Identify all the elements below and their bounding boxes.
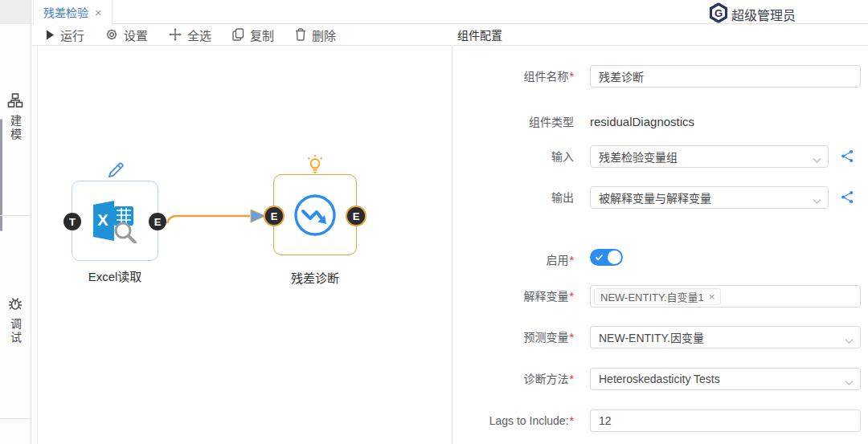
config-panel-title: 组件配置	[457, 26, 502, 43]
copy-icon	[232, 28, 244, 41]
tag-remove-icon[interactable]: ×	[709, 291, 715, 303]
component-type-value: residualDiagnostics	[590, 111, 694, 133]
svg-text:X: X	[97, 211, 108, 229]
port-e-output[interactable]: E	[347, 207, 365, 225]
tab-title: 残差检验	[43, 4, 88, 20]
select-all-button[interactable]: 全选	[169, 26, 211, 43]
node-residual-diagnostics[interactable]: E E	[273, 174, 357, 255]
check-icon	[595, 253, 604, 262]
delete-button[interactable]: 删除	[295, 26, 336, 43]
copy-button[interactable]: 复制	[232, 26, 274, 43]
tag-label: NEW-ENTITY.自变量1	[600, 289, 704, 304]
field-label: 预测变量*	[453, 326, 574, 348]
sidebar-divider	[0, 215, 31, 216]
port-e-output[interactable]: E	[149, 213, 166, 230]
required-asterisk: *	[570, 254, 574, 267]
field-row-explanatory: 解释变量* NEW-ENTITY.自变量1 ×	[453, 285, 868, 308]
explanatory-variable-multiselect[interactable]: NEW-ENTITY.自变量1 ×	[590, 285, 861, 308]
brand-logo-icon: G	[708, 2, 729, 26]
workflow-canvas[interactable]: X T E Excel读取	[32, 47, 452, 444]
field-label: 启用*	[453, 249, 574, 271]
field-row-input: 输入 残差检验变量组	[453, 145, 868, 168]
enable-toggle[interactable]	[590, 249, 623, 266]
chevron-down-icon	[813, 153, 821, 166]
tab-close-icon[interactable]: ×	[95, 6, 102, 18]
field-label: 组件类型	[453, 111, 574, 133]
gear-icon	[105, 28, 118, 41]
username-label: 超级管理员	[731, 5, 796, 24]
node-label-excel: Excel读取	[59, 267, 171, 284]
predict-select-value: NEW-ENTITY.因变量	[599, 329, 704, 345]
chevron-down-icon	[845, 334, 854, 347]
trash-icon	[295, 28, 306, 41]
sidebar-divider	[0, 418, 31, 419]
move-cross-icon	[169, 28, 182, 41]
config-panel-header: 组件配置	[453, 24, 868, 46]
svg-text:G: G	[714, 7, 723, 19]
play-icon	[46, 30, 55, 40]
user-account[interactable]: G 超级管理员	[708, 2, 796, 26]
field-label: 诊断方法*	[453, 368, 574, 390]
config-panel: 组件名称* 组件类型 residualDiagnostics 输入 残差检验变量…	[453, 47, 868, 444]
node-label-residual: 残差诊断	[259, 269, 371, 286]
run-label: 运行	[60, 26, 84, 43]
port-letter: E	[154, 216, 162, 228]
chevron-down-icon	[813, 194, 821, 207]
method-select-value: Heteroskedasticity Tests	[599, 373, 720, 385]
component-name-input[interactable]	[590, 65, 861, 88]
chevron-down-icon	[845, 376, 854, 389]
copy-label: 复制	[250, 26, 274, 43]
node-excel-reader[interactable]: X T E	[72, 181, 158, 261]
field-label: 输入	[453, 145, 574, 168]
port-letter: E	[353, 210, 360, 222]
required-asterisk: *	[570, 290, 574, 303]
field-row-component-name: 组件名称*	[453, 65, 868, 88]
app-window: 残差检验 × G 超级管理员 建模	[0, 0, 868, 444]
excel-icon: X	[72, 181, 158, 260]
sidebar-item-label: 调试	[7, 318, 23, 345]
tab-bar: 残差检验 × G 超级管理员	[0, 0, 868, 24]
tabbar-corner	[0, 0, 31, 24]
field-label: 组件名称*	[453, 65, 574, 88]
selected-variable-tag: NEW-ENTITY.自变量1 ×	[594, 288, 721, 305]
run-button[interactable]: 运行	[46, 26, 84, 43]
required-asterisk: *	[570, 414, 574, 427]
field-row-output: 输出 被解释变量与解释变量	[453, 186, 868, 209]
port-e-input[interactable]: E	[265, 207, 283, 225]
lags-to-include-input[interactable]	[590, 409, 861, 432]
delete-label: 删除	[312, 26, 336, 43]
field-label: Lags to Include:*	[453, 409, 574, 432]
left-sidebar: 建模 调试	[0, 24, 31, 444]
field-label: 解释变量*	[453, 285, 574, 308]
port-t-input[interactable]: T	[63, 213, 81, 230]
output-select-value: 被解释变量与解释变量	[599, 189, 711, 206]
field-row-method: 诊断方法* Heteroskedasticity Tests	[453, 368, 868, 390]
hierarchy-icon	[7, 92, 23, 112]
field-row-lags: Lags to Include:*	[453, 409, 868, 432]
input-select-value: 残差检验变量组	[599, 149, 678, 165]
bug-icon	[7, 295, 23, 315]
input-select[interactable]: 残差检验变量组	[590, 145, 829, 168]
field-row-predict: 预测变量* NEW-ENTITY.因变量	[453, 326, 868, 348]
sidebar-item-debug[interactable]: 调试	[0, 295, 31, 345]
tab-residual-test[interactable]: 残差检验 ×	[33, 0, 113, 24]
share-icon[interactable]	[841, 190, 854, 207]
required-asterisk: *	[570, 331, 574, 344]
sidebar-item-label: 建模	[7, 115, 23, 142]
share-icon[interactable]	[841, 149, 854, 166]
diagnostic-method-select[interactable]: Heteroskedasticity Tests	[590, 368, 861, 390]
port-letter: T	[69, 216, 76, 228]
predict-variable-select[interactable]: NEW-ENTITY.因变量	[590, 326, 861, 348]
settings-label: 设置	[124, 26, 148, 43]
port-letter: E	[271, 210, 278, 222]
settings-button[interactable]: 设置	[105, 26, 148, 43]
field-label: 输出	[453, 186, 574, 209]
required-asterisk: *	[570, 70, 574, 83]
canvas-toolbar: 运行 设置 全选	[32, 24, 452, 46]
sidebar-item-modeling[interactable]: 建模	[0, 92, 31, 142]
select-all-label: 全选	[187, 26, 211, 43]
output-select[interactable]: 被解释变量与解释变量	[590, 186, 829, 209]
toggle-knob	[608, 251, 621, 264]
residual-chart-icon	[274, 175, 356, 255]
required-asterisk: *	[570, 373, 574, 385]
